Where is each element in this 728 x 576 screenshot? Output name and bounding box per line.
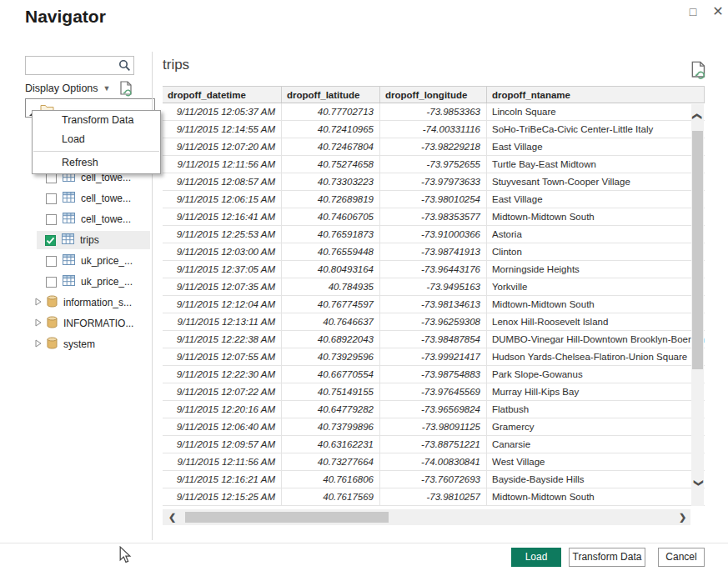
cell-latitude: 40.7617569 <box>282 488 380 505</box>
tree-collapsed-icon[interactable] <box>35 318 42 329</box>
table-row: 9/11/2015 12:13:11 AM40.7646637-73.96259… <box>163 313 705 331</box>
cell-latitude: 40.75274658 <box>282 156 380 173</box>
scroll-left-icon[interactable]: ❮ <box>166 512 178 523</box>
cell-longitude: -73.97973633 <box>380 173 487 190</box>
sidebar-item-information-schema[interactable]: information_s... <box>25 293 150 312</box>
cell-ntaname: West Village <box>487 453 705 470</box>
cell-ntaname: Morningside Heights <box>487 261 705 278</box>
sidebar-item-information-schema-upper[interactable]: INFORMATIO... <box>25 314 150 333</box>
context-menu-item-refresh[interactable]: Refresh <box>33 153 160 173</box>
scroll-up-icon[interactable]: ❮ <box>692 110 703 123</box>
cell-longitude: -73.98229218 <box>380 138 487 155</box>
sidebar-item-system[interactable]: system <box>25 335 150 353</box>
table-label: trips <box>80 234 99 246</box>
cell-datetime: 9/11/2015 12:37:05 AM <box>163 261 282 278</box>
cancel-button[interactable]: Cancel <box>658 548 705 567</box>
table-row: 9/11/2015 12:09:57 AM40.63162231-73.8875… <box>163 436 705 453</box>
column-header-dropoff-latitude[interactable]: dropoff_latitude <box>282 87 380 103</box>
cell-ntaname: Midtown-Midtown South <box>487 296 705 313</box>
table-row: 9/11/2015 12:03:00 AM40.76559448-73.9874… <box>163 243 705 261</box>
table-row: 9/11/2015 12:25:53 AM40.76591873-73.9100… <box>163 226 705 243</box>
load-button[interactable]: Load <box>511 548 561 567</box>
cell-ntaname: Murray Hill-Kips Bay <box>487 383 705 400</box>
search-input[interactable] <box>26 57 113 74</box>
cell-latitude: 40.72410965 <box>282 121 380 138</box>
table-row: 9/11/2015 12:22:30 AM40.66770554-73.9875… <box>163 366 705 383</box>
cell-longitude: -74.00830841 <box>380 453 487 470</box>
table-row: 9/11/2015 12:22:38 AM40.68922043-73.9848… <box>163 331 705 348</box>
checkbox-checked[interactable] <box>45 235 56 246</box>
cell-ntaname: Clinton <box>487 243 705 260</box>
preview-title: trips <box>163 57 189 73</box>
column-header-dropoff-longitude[interactable]: dropoff_longitude <box>380 87 487 103</box>
cell-ntaname: Turtle Bay-East Midtown <box>487 156 705 173</box>
cell-datetime: 9/11/2015 12:09:57 AM <box>163 436 282 453</box>
refresh-preview-icon[interactable] <box>690 61 707 84</box>
display-options-label: Display Options <box>25 83 98 94</box>
page-title: Navigator <box>25 7 106 27</box>
cell-ntaname: Yorkville <box>487 278 705 295</box>
cell-datetime: 9/11/2015 12:15:25 AM <box>163 488 282 505</box>
scroll-down-icon[interactable]: ❮ <box>692 477 703 489</box>
cell-datetime: 9/11/2015 12:22:38 AM <box>163 331 282 348</box>
cell-latitude: 40.74606705 <box>282 208 380 225</box>
column-header-dropoff-ntaname[interactable]: dropoff_ntaname <box>487 87 705 103</box>
mouse-cursor <box>118 546 132 568</box>
sidebar-item-uk-price-1[interactable]: uk_price_... <box>25 252 150 270</box>
cell-longitude: -73.98134613 <box>380 296 487 313</box>
cell-ntaname: Gramercy <box>487 418 705 435</box>
close-icon[interactable]: ✕ <box>707 2 728 22</box>
horizontal-scrollbar[interactable]: ❮ ❯ <box>163 509 690 525</box>
cell-latitude: 40.73277664 <box>282 453 380 470</box>
cell-longitude: -73.76072693 <box>380 471 487 488</box>
cell-datetime: 9/11/2015 12:03:00 AM <box>163 243 282 260</box>
context-menu-item-transform-data[interactable]: Transform Data <box>33 111 160 130</box>
context-menu-item-load[interactable]: Load <box>33 130 160 149</box>
cell-datetime: 9/11/2015 12:22:30 AM <box>163 366 282 383</box>
vertical-scrollbar[interactable]: ❮ ❮ <box>691 104 704 506</box>
cell-datetime: 9/11/2015 12:07:22 AM <box>163 383 282 400</box>
table-icon <box>63 192 75 205</box>
checkbox-unchecked[interactable] <box>46 277 57 288</box>
cell-ntaname: Stuyvesant Town-Cooper Village <box>487 173 705 190</box>
cell-datetime: 9/11/2015 12:05:37 AM <box>163 103 282 120</box>
cell-latitude: 40.64779282 <box>282 401 380 418</box>
cell-datetime: 9/11/2015 12:06:40 AM <box>163 418 282 435</box>
cell-longitude: -73.9853363 <box>380 103 487 120</box>
cell-longitude: -73.96569824 <box>380 401 487 418</box>
cell-datetime: 9/11/2015 12:20:16 AM <box>163 401 282 418</box>
cell-latitude: 40.7616806 <box>282 471 380 488</box>
maximize-icon[interactable]: □ <box>682 2 704 22</box>
cell-latitude: 40.75149155 <box>282 383 380 400</box>
cell-datetime: 9/11/2015 12:16:21 AM <box>163 471 282 488</box>
checkbox-unchecked[interactable] <box>46 256 57 267</box>
cell-latitude: 40.63162231 <box>282 436 380 453</box>
sidebar-item-uk-price-2[interactable]: uk_price_... <box>25 273 150 291</box>
search-box[interactable] <box>25 56 134 75</box>
chevron-down-icon: ▼ <box>103 84 111 93</box>
table-icon <box>63 275 75 288</box>
sidebar-item-cell-towers-3[interactable]: cell_towe... <box>25 210 150 228</box>
sidebar-item-cell-towers-2[interactable]: cell_towe... <box>25 189 150 208</box>
cell-ntaname: Park Slope-Gowanus <box>487 366 705 383</box>
column-header-dropoff-datetime[interactable]: dropoff_datetime <box>163 87 282 103</box>
table-label: uk_price_... <box>81 276 133 288</box>
sidebar-item-trips[interactable]: trips <box>37 231 150 249</box>
checkbox-unchecked[interactable] <box>46 193 57 204</box>
table-label: cell_towe... <box>81 213 131 225</box>
scroll-right-icon[interactable]: ❯ <box>676 512 689 523</box>
table-icon <box>63 254 75 268</box>
horizontal-scrollbar-thumb[interactable] <box>185 512 389 523</box>
table-label: uk_price_... <box>81 255 133 267</box>
cell-latitude: 40.784935 <box>282 278 380 295</box>
cell-longitude: -73.98353577 <box>380 208 487 225</box>
tree-collapsed-icon[interactable] <box>35 338 42 350</box>
cell-longitude: -73.9752655 <box>380 156 487 173</box>
cell-datetime: 9/11/2015 12:06:15 AM <box>163 191 282 208</box>
tree-collapsed-icon[interactable] <box>35 297 42 308</box>
vertical-scrollbar-thumb[interactable] <box>692 131 703 369</box>
transform-data-button[interactable]: Transform Data <box>569 548 645 567</box>
checkbox-unchecked[interactable] <box>46 214 57 225</box>
database-label: information_s... <box>63 297 132 308</box>
table-row: 9/11/2015 12:07:20 AM40.72467804-73.9822… <box>163 138 705 156</box>
